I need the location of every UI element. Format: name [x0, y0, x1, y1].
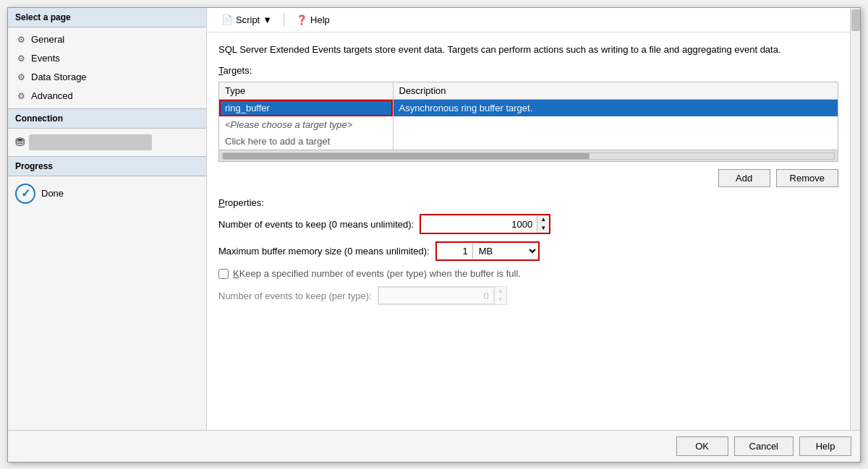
main-content: 📄 Script ▼ ❓ Help SQL Server Extended Ev… [207, 8, 850, 430]
progress-content: ✓ Done [8, 176, 206, 211]
checkbox-underline: K [233, 268, 239, 279]
prop1-input-container: ▲ ▼ [420, 214, 550, 234]
prop3-decrement: ▼ [495, 296, 506, 304]
help-toolbar-button[interactable]: ❓ Help [290, 12, 336, 27]
add-remove-buttons: Add Remove [218, 169, 838, 187]
targets-table: Type Description ring_buffer Asynchronou… [219, 82, 838, 150]
content-area: SQL Server Extended Events targets store… [207, 33, 850, 430]
sidebar-item-advanced[interactable]: ⚙ Advanced [8, 87, 206, 106]
placeholder-type-cell: <Please choose a target type> [219, 116, 393, 133]
ring-buffer-desc-cell: Asynchronous ring buffer target. [393, 100, 838, 117]
prop1-row: Number of events to keep (0 means unlimi… [218, 214, 838, 234]
cancel-button[interactable]: Cancel [734, 436, 793, 456]
table-body: ring_buffer Asynchronous ring buffer tar… [219, 100, 838, 150]
targets-table-container: Type Description ring_buffer Asynchronou… [218, 82, 838, 162]
keep-events-checkbox[interactable] [218, 269, 229, 279]
table-row[interactable]: Click here to add a target [219, 133, 838, 150]
table-row[interactable]: <Please choose a target type> [219, 116, 838, 133]
placeholder-desc-cell [393, 116, 838, 133]
sidebar-item-events-label: Events [31, 53, 60, 64]
prop2-row: Maximum buffer memory size (0 means unli… [218, 241, 838, 261]
help-toolbar-icon: ❓ [296, 14, 307, 25]
add-button[interactable]: Add [718, 169, 770, 187]
prop2-unit-select[interactable]: MB KB GB [473, 243, 538, 259]
prop1-input[interactable] [421, 217, 537, 232]
type-column-header: Type [219, 82, 393, 100]
click-to-add-cell: Click here to add a target [219, 133, 393, 150]
table-scrollbar[interactable] [219, 150, 838, 161]
prop1-label: Number of events to keep (0 means unlimi… [218, 219, 414, 230]
prop3-input-container: ▲ ▼ [378, 286, 507, 305]
targets-label: Targets: [218, 65, 838, 76]
prop2-input-container: MB KB GB [435, 241, 540, 261]
sidebar-item-events[interactable]: ⚙ Events [8, 49, 206, 68]
connection-icon: ⛃ [15, 135, 25, 149]
checkbox-label: KKeep a specified number of events (per … [233, 268, 521, 279]
ok-button[interactable]: OK [676, 436, 728, 456]
select-page-label: Select a page [8, 8, 206, 27]
script-button[interactable]: 📄 Script ▼ [216, 12, 278, 27]
prop2-number-input[interactable] [437, 244, 473, 259]
sidebar-item-data-storage-label: Data Storage [31, 72, 87, 82]
dialog-footer: OK Cancel Help [8, 430, 860, 462]
script-button-label: Script [236, 14, 260, 25]
sidebar-nav: ⚙ General ⚙ Events ⚙ Data Storage ⚙ Adva… [8, 27, 206, 108]
sidebar-item-data-storage[interactable]: ⚙ Data Storage [8, 68, 206, 87]
description-column-header: Description [393, 82, 838, 100]
sidebar-item-general[interactable]: ⚙ General [8, 30, 206, 49]
advanced-icon: ⚙ [15, 90, 27, 102]
connection-row: ⛃ [15, 134, 199, 150]
header-row: Type Description [219, 82, 838, 100]
prop3-input [378, 287, 494, 304]
right-scrollbar[interactable] [850, 8, 860, 430]
sidebar-item-general-label: General [31, 34, 64, 45]
sidebar-item-advanced-label: Advanced [31, 90, 73, 101]
remove-button[interactable]: Remove [776, 169, 838, 187]
script-dropdown-icon: ▼ [263, 14, 272, 25]
help-toolbar-label: Help [310, 14, 330, 25]
properties-label: Properties: [218, 197, 838, 208]
scrollbar-track-right [851, 8, 861, 430]
help-footer-button[interactable]: Help [799, 436, 851, 456]
general-icon: ⚙ [15, 34, 27, 46]
progress-check-icon: ✓ [15, 184, 35, 204]
horizontal-scrollbar-track[interactable] [222, 152, 835, 160]
progress-status-text: Done [41, 188, 64, 199]
checkbox-row: KKeep a specified number of events (per … [218, 268, 838, 279]
prop3-row: Number of events to keep (per type): ▲ ▼ [218, 286, 838, 305]
sidebar: Select a page ⚙ General ⚙ Events ⚙ Data … [8, 8, 207, 430]
prop1-spinner: ▲ ▼ [537, 215, 549, 233]
scrollbar-thumb-right [851, 9, 860, 31]
data-storage-icon: ⚙ [15, 72, 27, 83]
events-icon: ⚙ [15, 53, 27, 64]
prop1-decrement[interactable]: ▼ [537, 224, 549, 233]
prop1-increment[interactable]: ▲ [537, 215, 549, 224]
horizontal-scrollbar-thumb [223, 153, 590, 159]
toolbar: 📄 Script ▼ ❓ Help [207, 8, 850, 33]
dialog-top: Select a page ⚙ General ⚙ Events ⚙ Data … [8, 8, 860, 430]
description-text: SQL Server Extended Events targets store… [218, 43, 838, 57]
prop3-label: Number of events to keep (per type): [218, 291, 372, 301]
connection-section-label: Connection [8, 108, 206, 129]
click-to-add-desc [393, 133, 838, 150]
prop2-label: Maximum buffer memory size (0 means unli… [218, 246, 430, 257]
connection-content: ⛃ [8, 129, 206, 156]
properties-section: Properties: Number of events to keep (0 … [218, 197, 838, 305]
main-with-scroll: 📄 Script ▼ ❓ Help SQL Server Extended Ev… [207, 8, 860, 430]
progress-section-label: Progress [8, 156, 206, 176]
connection-server-box [29, 134, 152, 150]
properties-underline: P [218, 197, 225, 208]
table-row[interactable]: ring_buffer Asynchronous ring buffer tar… [219, 100, 838, 117]
toolbar-separator [284, 12, 284, 27]
prop3-increment: ▲ [495, 287, 506, 296]
table-header: Type Description [219, 82, 838, 100]
prop3-spinner: ▲ ▼ [494, 287, 506, 304]
main-dialog: Select a page ⚙ General ⚙ Events ⚙ Data … [7, 7, 861, 462]
script-icon: 📄 [221, 14, 233, 25]
ring-buffer-type-cell: ring_buffer [219, 100, 393, 117]
